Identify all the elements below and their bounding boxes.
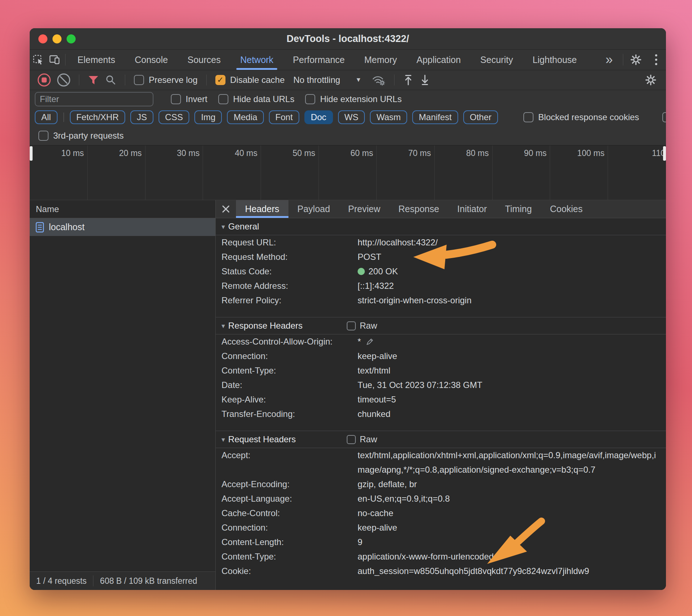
network-toolbar: Preserve log ✓ Disable cache No throttli… — [30, 70, 666, 90]
tab-sources[interactable]: Sources — [178, 50, 231, 70]
divider — [63, 113, 64, 122]
timeline-left-drag-handle[interactable] — [30, 146, 33, 161]
chip-manifest[interactable]: Manifest — [412, 110, 458, 124]
header-row-accept: Accept:text/html,application/xhtml+xml,a… — [216, 448, 666, 477]
chip-doc[interactable]: Doc — [304, 110, 333, 124]
chip-media[interactable]: Media — [227, 110, 263, 124]
header-row: Connection:keep-alive — [216, 349, 666, 363]
network-status-bar: 1 / 4 requests 608 B / 109 kB transferre… — [30, 571, 215, 590]
chip-other[interactable]: Other — [463, 110, 498, 124]
tab-network[interactable]: Network — [231, 50, 283, 70]
timeline-tick: 80 ms — [466, 148, 489, 158]
header-row-cookie: Cookie:auth_session=w8505uhqoh5jdt8vqkdt… — [216, 564, 666, 578]
timeline-tick: 100 ms — [577, 148, 604, 158]
desktop-background: DevTools - localhost:4322/ Elements Cons… — [0, 0, 692, 616]
timeline-tick: 30 ms — [177, 148, 200, 158]
section-general: ▾ General Request URL:http://localhost:4… — [216, 218, 666, 308]
hide-data-urls-label: Hide data URLs — [233, 94, 294, 104]
section-response-headers: ▾ Response Headers Raw Access-Control-Al… — [216, 317, 666, 421]
tab-memory[interactable]: Memory — [354, 50, 406, 70]
filter-funnel-icon[interactable] — [88, 75, 99, 85]
more-options-icon[interactable] — [646, 50, 666, 70]
device-toolbar-icon[interactable] — [46, 50, 63, 70]
requests-count: 1 / 4 requests — [30, 576, 93, 586]
blocked-requests-checkbox[interactable] — [662, 112, 666, 122]
request-raw-checkbox[interactable] — [347, 435, 356, 444]
detail-tab-initiator[interactable]: Initiator — [448, 200, 496, 218]
filter-input[interactable] — [35, 92, 153, 106]
header-row: Connection:keep-alive — [216, 520, 666, 535]
chip-all[interactable]: All — [35, 110, 58, 124]
close-window-button[interactable] — [38, 34, 47, 43]
detail-tab-preview[interactable]: Preview — [339, 200, 389, 218]
detail-tab-headers[interactable]: Headers — [236, 200, 288, 218]
detail-tab-timing[interactable]: Timing — [496, 200, 541, 218]
chip-ws[interactable]: WS — [338, 110, 365, 124]
header-row: Request URL:http://localhost:4322/ — [216, 235, 666, 250]
detail-tab-response[interactable]: Response — [389, 200, 448, 218]
import-har-icon[interactable] — [420, 74, 430, 86]
settings-gear-icon[interactable] — [625, 50, 646, 70]
tab-performance[interactable]: Performance — [283, 50, 354, 70]
section-request-headers-header[interactable]: ▾ Request Headers Raw — [216, 431, 666, 448]
chip-css[interactable]: CSS — [159, 110, 189, 124]
preserve-log-checkbox[interactable] — [134, 75, 144, 85]
request-raw-label: Raw — [360, 434, 377, 444]
request-row-localhost[interactable]: localhost — [30, 218, 215, 236]
chip-fetch-xhr[interactable]: Fetch/XHR — [70, 110, 125, 124]
throttling-value: No throttling — [293, 75, 340, 85]
clear-network-log-button[interactable] — [57, 73, 70, 87]
record-network-log-button[interactable] — [38, 73, 51, 87]
chip-wasm[interactable]: Wasm — [370, 110, 407, 124]
disable-cache-checkbox[interactable]: ✓ — [215, 75, 225, 85]
throttling-select[interactable]: No throttling ▼ — [293, 75, 361, 85]
chip-font[interactable]: Font — [269, 110, 299, 124]
request-details-panel: Headers Payload Preview Response Initiat… — [216, 200, 666, 590]
timeline-right-drag-handle[interactable] — [663, 146, 666, 161]
timeline-tick: 50 ms — [292, 148, 315, 158]
title-bar: DevTools - localhost:4322/ — [30, 28, 666, 50]
network-content: Name localhost 1 / 4 requests 608 B / 10… — [30, 200, 666, 590]
invert-label: Invert — [186, 94, 207, 104]
tab-security[interactable]: Security — [471, 50, 523, 70]
search-icon[interactable] — [105, 75, 116, 85]
detail-tab-payload[interactable]: Payload — [288, 200, 339, 218]
chip-img[interactable]: Img — [194, 110, 222, 124]
header-row: Referrer Policy:strict-origin-when-cross… — [216, 293, 666, 308]
section-general-header[interactable]: ▾ General — [216, 218, 666, 235]
section-response-headers-header[interactable]: ▾ Response Headers Raw — [216, 317, 666, 334]
blocked-response-cookies-checkbox[interactable] — [523, 112, 533, 122]
inspect-element-icon[interactable] — [30, 50, 46, 70]
timeline-tick: 60 ms — [350, 148, 373, 158]
traffic-lights — [38, 34, 76, 43]
export-har-icon[interactable] — [403, 74, 413, 86]
network-overview-timeline[interactable]: 10 ms 20 ms 30 ms 40 ms 50 ms 60 ms 70 m… — [30, 145, 666, 200]
edit-pencil-icon[interactable] — [366, 338, 374, 346]
name-column-header[interactable]: Name — [30, 200, 215, 218]
tab-elements[interactable]: Elements — [68, 50, 125, 70]
check-icon: ✓ — [217, 76, 224, 84]
chip-js[interactable]: JS — [130, 110, 153, 124]
tab-application[interactable]: Application — [407, 50, 471, 70]
header-row: Request Method:POST — [216, 250, 666, 264]
detail-tab-cookies[interactable]: Cookies — [541, 200, 591, 218]
invert-checkbox[interactable] — [171, 94, 181, 104]
header-row: Content-Length:9 — [216, 535, 666, 549]
devtools-tab-bar: Elements Console Sources Network Perform… — [30, 50, 666, 70]
network-conditions-icon[interactable] — [372, 74, 385, 86]
tab-lighthouse[interactable]: Lighthouse — [523, 50, 586, 70]
header-row: Content-Type:text/html — [216, 363, 666, 378]
hide-data-urls-checkbox[interactable] — [218, 94, 228, 104]
blocked-response-cookies-label: Blocked response cookies — [538, 112, 639, 122]
response-raw-label: Raw — [360, 321, 377, 331]
filter-row: Invert Hide data URLs Hide extension URL… — [30, 90, 666, 108]
close-details-icon[interactable] — [216, 200, 236, 218]
hide-extension-urls-checkbox[interactable] — [305, 94, 315, 104]
response-raw-checkbox[interactable] — [347, 321, 356, 330]
more-tabs-icon[interactable]: » — [598, 50, 621, 70]
zoom-window-button[interactable] — [67, 34, 76, 43]
tab-console[interactable]: Console — [125, 50, 178, 70]
third-party-requests-checkbox[interactable] — [38, 131, 48, 141]
minimize-window-button[interactable] — [52, 34, 62, 43]
network-settings-gear-icon[interactable] — [645, 74, 657, 86]
